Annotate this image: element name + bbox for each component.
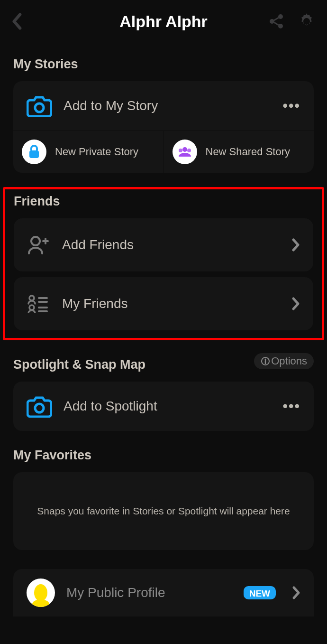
page-title: Alphr Alphr — [119, 12, 208, 31]
new-private-story-label: New Private Story — [55, 146, 138, 158]
add-to-my-story-label: Add to My Story — [64, 98, 271, 113]
svg-line-3 — [274, 18, 279, 20]
svg-point-14 — [29, 296, 34, 300]
svg-point-15 — [29, 305, 34, 310]
my-stories-title: My Stories — [13, 57, 314, 72]
svg-point-0 — [278, 14, 283, 19]
spotlight-title: Spotlight & Snap Map — [13, 357, 145, 372]
add-friends-card[interactable]: Add Friends — [14, 218, 313, 271]
public-profile-label: My Public Profile — [66, 585, 232, 600]
options-button[interactable]: Options — [254, 353, 314, 369]
my-friends-label: My Friends — [62, 296, 278, 311]
favorites-empty-text: Snaps you favorite in Stories or Spotlig… — [37, 505, 290, 516]
svg-point-23 — [35, 404, 44, 412]
header: Alphr Alphr — [0, 0, 327, 43]
chevron-right-icon — [291, 238, 300, 252]
lock-icon — [22, 140, 46, 164]
svg-point-2 — [278, 24, 283, 28]
add-to-my-story-row[interactable]: Add to My Story ••• — [13, 81, 314, 131]
camera-icon — [27, 94, 52, 117]
group-icon — [173, 140, 197, 164]
my-friends-card[interactable]: My Friends — [14, 277, 313, 330]
camera-icon — [27, 395, 52, 418]
svg-point-6 — [35, 103, 44, 112]
chevron-right-icon — [292, 586, 300, 600]
add-friends-label: Add Friends — [62, 237, 278, 252]
chevron-right-icon — [291, 297, 300, 311]
spotlight-card: Add to Spotlight ••• — [13, 382, 314, 431]
add-friend-icon — [27, 235, 49, 254]
friends-title: Friends — [14, 194, 313, 209]
new-badge: NEW — [244, 586, 276, 599]
gear-icon[interactable] — [298, 12, 316, 30]
my-stories-card: Add to My Story ••• New Private Story — [13, 81, 314, 173]
svg-point-9 — [179, 149, 182, 152]
svg-point-8 — [182, 147, 187, 152]
svg-point-11 — [31, 237, 40, 245]
svg-point-1 — [270, 19, 274, 24]
svg-point-10 — [187, 149, 191, 152]
add-to-spotlight-label: Add to Spotlight — [64, 399, 271, 414]
share-icon[interactable] — [268, 13, 284, 29]
add-to-spotlight-row[interactable]: Add to Spotlight ••• — [13, 382, 314, 431]
new-shared-story-label: New Shared Story — [206, 146, 291, 158]
svg-rect-7 — [29, 150, 39, 158]
svg-point-5 — [304, 19, 309, 24]
friends-section-highlight: Friends Add Friends — [3, 187, 324, 340]
avatar-icon — [27, 579, 55, 607]
svg-point-21 — [265, 358, 266, 360]
more-icon[interactable]: ••• — [282, 398, 300, 414]
svg-point-24 — [34, 584, 47, 601]
favorites-title: My Favorites — [13, 448, 314, 463]
svg-point-25 — [32, 599, 49, 607]
favorites-empty: Snaps you favorite in Stories or Spotlig… — [13, 472, 314, 550]
friends-list-icon — [27, 294, 49, 313]
more-icon[interactable]: ••• — [282, 98, 300, 114]
new-private-story-button[interactable]: New Private Story — [13, 131, 164, 173]
info-icon — [261, 356, 270, 366]
back-icon[interactable] — [11, 13, 22, 30]
new-shared-story-button[interactable]: New Shared Story — [164, 131, 314, 173]
svg-line-4 — [274, 22, 279, 25]
options-label: Options — [271, 355, 307, 367]
public-profile-row[interactable]: My Public Profile NEW — [13, 569, 314, 616]
